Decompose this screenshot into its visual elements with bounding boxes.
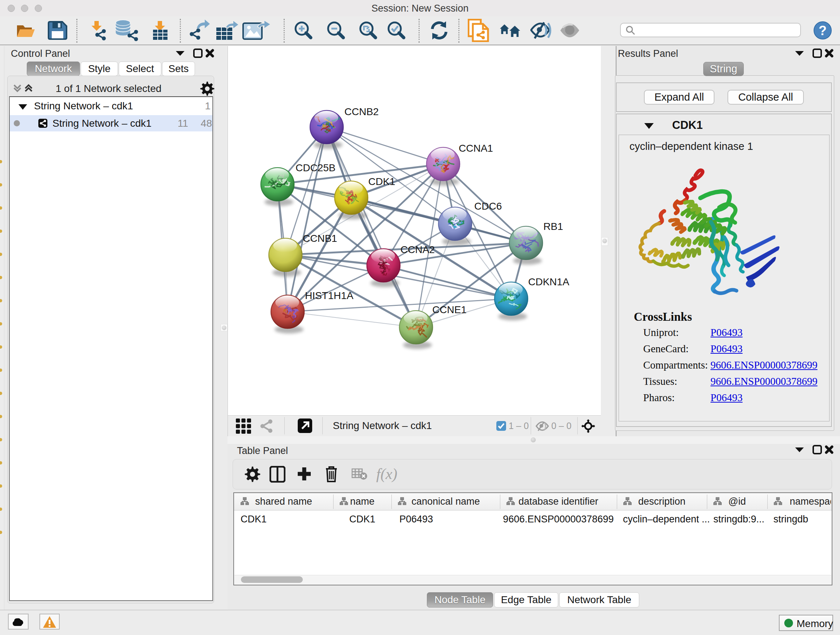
svg-text:CDKN1A: CDKN1A bbox=[528, 276, 569, 287]
svg-text:HIST1H1A: HIST1H1A bbox=[305, 290, 354, 301]
svg-text:CCNB2: CCNB2 bbox=[344, 106, 379, 117]
svg-text:CDK1: CDK1 bbox=[368, 176, 395, 187]
svg-text:CDC6: CDC6 bbox=[474, 201, 502, 212]
svg-text:CDC25B: CDC25B bbox=[295, 162, 335, 173]
svg-text:CCNA1: CCNA1 bbox=[459, 143, 493, 154]
svg-text:CCNE1: CCNE1 bbox=[432, 304, 467, 315]
svg-text:CCNB1: CCNB1 bbox=[303, 233, 337, 244]
svg-text:CCNA2: CCNA2 bbox=[401, 244, 435, 255]
svg-text:RB1: RB1 bbox=[543, 221, 563, 232]
